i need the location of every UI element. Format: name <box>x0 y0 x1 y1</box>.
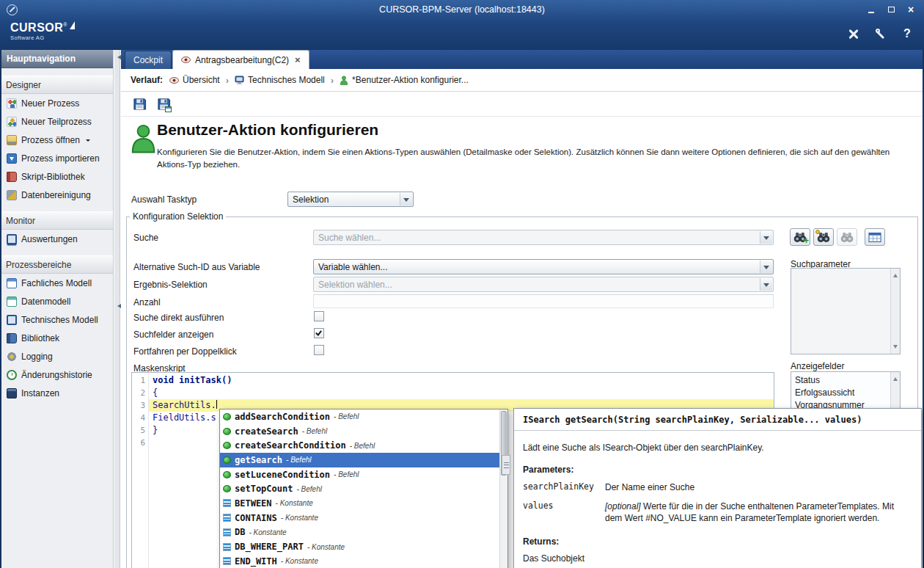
tab-antragsbearbeitung-c2[interactable]: Antragsbearbeitung(C2)× <box>172 50 309 69</box>
new-subprocess-icon <box>7 117 17 127</box>
autocomplete-item-name: setLuceneCondition <box>235 470 330 480</box>
autocomplete-item-end-with[interactable]: END_WITH- Konstante <box>220 554 499 568</box>
suchparameter-listbox[interactable] <box>791 268 901 354</box>
suche-placeholder: Suche wählen... <box>318 233 381 243</box>
page-description: Konfigurieren Sie die Benutzer-Aktion, i… <box>157 146 914 172</box>
sidebar-section-monitor[interactable]: Monitor <box>0 211 113 230</box>
autocomplete-scrollbar[interactable] <box>499 409 507 568</box>
collapse-left-icon[interactable] <box>115 304 121 308</box>
scroll-down-icon[interactable] <box>893 345 898 351</box>
autocomplete-item-db-where-part[interactable]: DB_WHERE_PART- Konstante <box>220 539 499 554</box>
sidebar-item-label: Skript-Bibliothek <box>21 172 85 182</box>
doppelklick-label: Fortfahren per Doppelklick <box>133 346 237 357</box>
help-icon[interactable]: ? <box>902 26 912 41</box>
breadcrumb-separator-icon: › <box>331 75 334 86</box>
suchparameter-scrollbar[interactable] <box>890 269 900 354</box>
service-icon[interactable] <box>874 26 889 41</box>
sidebar-item-neuer-prozess[interactable]: Neuer Prozess <box>0 94 113 112</box>
sidebar-item-auswertungen[interactable]: Auswertungen <box>0 230 113 248</box>
suchfelder-checkbox[interactable] <box>314 328 324 338</box>
autocomplete-item-createsearch[interactable]: createSearch- Befehl <box>220 424 499 439</box>
autocomplete-list: addSearchCondition- BefehlcreateSearch- … <box>220 409 499 568</box>
doc-param-row: searchPlainKeyDer Name einer Suche <box>523 481 912 494</box>
sidebar-section-designer[interactable]: Designer <box>0 76 113 94</box>
collapse-left-icon[interactable] <box>115 55 121 59</box>
result-table-button[interactable] <box>865 228 885 246</box>
alt-id-select[interactable]: Variable wählen... <box>313 259 774 274</box>
sidebar-item-prozess-importieren[interactable]: Prozess importieren <box>0 149 113 167</box>
registered-mark: ® <box>63 22 67 27</box>
ergebnis-select[interactable]: Selektion wählen... <box>313 277 774 292</box>
anzahl-label: Anzahl <box>133 297 161 307</box>
technical-model-icon <box>235 76 244 84</box>
autocomplete-item-db[interactable]: DB- Konstante <box>220 525 499 540</box>
editor-gutter: 123456 <box>132 373 149 568</box>
anzeigefelder-label: Anzeigefelder <box>791 361 844 371</box>
autocomplete-item-settopcount[interactable]: setTopCount- Befehl <box>220 481 499 496</box>
code-line[interactable]: { <box>149 387 774 399</box>
dropdown-caret-icon <box>86 139 90 144</box>
sidebar-item-aenderungshistorie[interactable]: Änderungshistorie <box>0 365 113 384</box>
tools-icon[interactable] <box>846 26 861 41</box>
sidebar-item-datenbereinigung[interactable]: Datenbereinigung <box>0 186 113 204</box>
sidebar-item-label: Datenbereinigung <box>21 190 91 200</box>
code-line[interactable]: void initTask() <box>149 374 774 387</box>
autocomplete-item-createsearchcondition[interactable]: createSearchCondition- Befehl <box>220 438 499 453</box>
sidebar-item-logging[interactable]: Logging <box>0 347 113 365</box>
doc-params: searchPlainKeyDer Name einer Suchevalues… <box>523 481 912 525</box>
user-action-icon <box>340 76 348 85</box>
autocomplete-item-setlucenecondition[interactable]: setLuceneCondition- Befehl <box>220 467 499 482</box>
doc-param-name: searchPlainKey <box>523 481 605 494</box>
sidebar-splitter[interactable] <box>114 50 120 568</box>
sidebar-item-instanzen[interactable]: Instanzen <box>0 384 113 402</box>
dropdown-arrow-icon <box>400 193 412 205</box>
window-close-button[interactable]: × <box>902 3 920 15</box>
scroll-up-icon[interactable] <box>893 272 898 277</box>
sidebar-section-prozessbereiche[interactable]: Prozessbereiche <box>0 255 113 274</box>
sidebar-item-datenmodell[interactable]: Datenmodell <box>0 292 113 310</box>
list-item-status[interactable]: Status <box>791 374 900 386</box>
autocomplete-item-between[interactable]: BETWEEN- Konstante <box>220 496 499 511</box>
new-search-button[interactable]: + <box>790 228 810 246</box>
window-minimize-button[interactable] <box>862 3 880 15</box>
eye-icon <box>181 57 191 63</box>
edit-search-button[interactable] <box>813 228 834 246</box>
constant-icon <box>223 543 231 551</box>
save-as-button[interactable] <box>154 95 173 114</box>
autocomplete-item-kind: - Konstante <box>249 528 286 536</box>
sidebar-item-technisches-modell[interactable]: Technisches Modell <box>0 310 113 329</box>
tasktype-select[interactable]: Selektion <box>287 192 414 207</box>
autocomplete-item-contains[interactable]: CONTAINS- Konstante <box>220 511 499 525</box>
suche-select[interactable]: Suche wählen... <box>313 230 774 245</box>
breadcrumb: Verlauf: Übersicht›Technisches Modell›*B… <box>121 69 924 92</box>
suche-direkt-checkbox[interactable] <box>314 311 324 321</box>
sidebar-item-fachliches-modell[interactable]: Fachliches Modell <box>0 274 113 292</box>
titlebar[interactable]: CURSOR-BPM-Server (localhost:18443) × <box>0 0 924 19</box>
sidebar-item-bibliothek[interactable]: Bibliothek <box>0 329 113 347</box>
sidebar-item-prozess-oeffnen[interactable]: Prozess öffnen <box>0 131 113 149</box>
breadcrumb-item-technisches-modell[interactable]: Technisches Modell <box>235 75 325 85</box>
scroll-up-icon[interactable] <box>893 375 898 381</box>
breadcrumb-item-benutzer-aktion-konfigurier[interactable]: *Benutzer-Aktion konfigurier... <box>340 75 469 85</box>
sidebar-item-skript-bibliothek[interactable]: Skript-Bibliothek <box>0 167 113 186</box>
sidebar-sections: DesignerNeuer ProzessNeuer TeilprozessPr… <box>0 76 113 402</box>
list-item-erfolgsaussicht[interactable]: Erfolgsaussicht <box>791 386 900 398</box>
autocomplete-item-addsearchcondition[interactable]: addSearchCondition- Befehl <box>220 409 499 424</box>
breadcrumb-item-uebersicht[interactable]: Übersicht <box>169 75 220 85</box>
tab-cockpit[interactable]: Cockpit <box>125 51 172 69</box>
window-maximize-button[interactable] <box>882 3 900 15</box>
resize-grip-icon[interactable] <box>502 455 510 475</box>
tasktype-value: Selektion <box>293 194 329 205</box>
save-button[interactable] <box>130 95 149 114</box>
autocomplete-item-kind: - Befehl <box>286 456 311 464</box>
tab-label: Cockpit <box>133 55 163 65</box>
line-number: 6 <box>132 437 148 449</box>
data-model-icon <box>7 296 17 307</box>
doppelklick-checkbox[interactable] <box>314 345 324 355</box>
autocomplete-item-getsearch[interactable]: getSearch- Befehl <box>220 453 499 467</box>
sidebar-item-label: Instanzen <box>21 388 59 398</box>
tabbar: CockpitAntragsbearbeitung(C2)× <box>121 50 924 69</box>
sidebar-item-neuer-teilprozess[interactable]: Neuer Teilprozess <box>0 112 113 131</box>
anzahl-field[interactable] <box>313 294 774 308</box>
tab-close-icon[interactable]: × <box>295 55 301 65</box>
